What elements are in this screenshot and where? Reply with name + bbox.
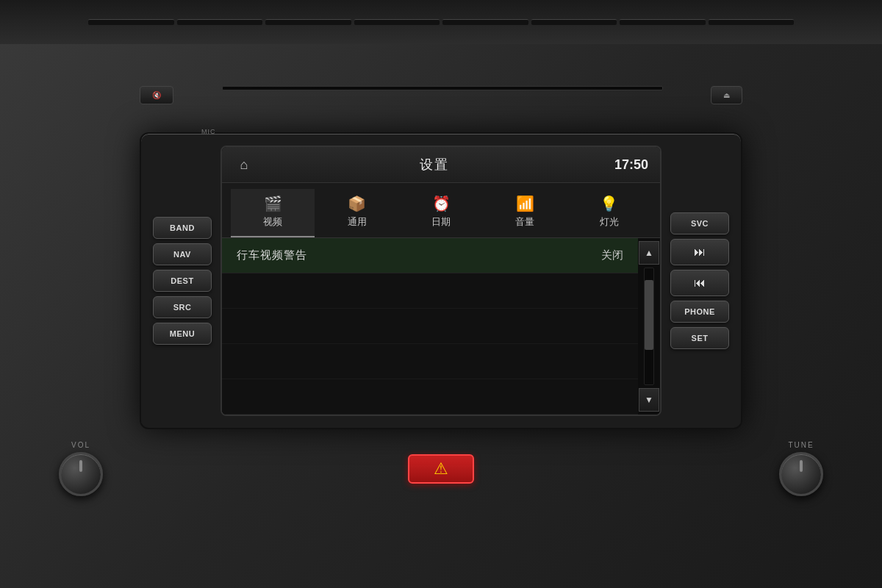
settings-row-empty-1: [222, 273, 638, 309]
nav-tabs: 🎬 视频 📦 通用 ⏰ 日期 📶 音量: [222, 183, 660, 238]
tab-general-label: 通用: [348, 215, 367, 229]
row-label-driving-warning: 行车视频警告: [237, 248, 307, 262]
prev-track-button[interactable]: ⏮: [670, 270, 729, 296]
cd-slot: [222, 86, 663, 90]
general-icon: 📦: [348, 195, 366, 212]
unit-inner: BAND NAV DEST SRC MENU ⌂ 设置 17:50: [153, 146, 729, 416]
main-unit: MIC BAND NAV DEST SRC MENU ⌂ 设置: [140, 132, 742, 429]
screen-area: ⌂ 设置 17:50 🎬 视频 📦 通用 ⏰: [220, 146, 662, 416]
settings-row-empty-2: [222, 309, 638, 344]
phone-button[interactable]: PHONE: [670, 301, 729, 323]
scroll-down-button[interactable]: ▼: [639, 388, 659, 412]
mute-button[interactable]: 🔇: [140, 86, 173, 104]
tab-video-label: 视频: [263, 215, 282, 229]
tab-volume-label: 音量: [515, 215, 534, 229]
settings-content: 行车视频警告 关闭 ▲: [222, 238, 660, 415]
vent-slat: [265, 19, 351, 25]
set-button[interactable]: SET: [670, 327, 729, 349]
tab-light-label: 灯光: [600, 215, 619, 229]
vent-slat: [354, 19, 440, 25]
vent-slat: [531, 19, 617, 25]
screen-time: 17:50: [614, 157, 648, 173]
vol-knob-area: VOL: [59, 441, 103, 496]
tab-volume[interactable]: 📶 音量: [483, 189, 567, 237]
hazard-icon: ⚠: [434, 459, 448, 478]
scroll-track: [644, 268, 654, 385]
settings-row-empty-4: [222, 379, 638, 415]
screen-title: 设置: [420, 156, 449, 173]
vent-slat: [709, 19, 795, 25]
scrollbar: ▲ ▼: [638, 238, 660, 415]
top-vent: [0, 0, 882, 44]
tab-video[interactable]: 🎬 视频: [231, 189, 315, 237]
settings-row-empty-3: [222, 344, 638, 379]
vent-slat: [442, 19, 528, 25]
tab-date[interactable]: ⏰ 日期: [399, 189, 483, 237]
date-icon: ⏰: [432, 195, 451, 212]
row-value-driving-warning: 关闭: [601, 248, 623, 262]
car-panel: 🔇 ⏏ MIC BAND NAV DEST SRC MENU ⌂: [0, 0, 882, 588]
home-button[interactable]: ⌂: [234, 154, 254, 175]
tune-knob[interactable]: [779, 452, 823, 496]
video-icon: 🎬: [264, 195, 282, 212]
eject-button[interactable]: ⏏: [711, 86, 742, 104]
light-icon: 💡: [600, 195, 618, 212]
menu-button[interactable]: MENU: [153, 323, 212, 345]
tune-label: TUNE: [788, 441, 814, 449]
nav-button[interactable]: NAV: [153, 243, 212, 265]
tune-knob-area: TUNE: [779, 441, 823, 496]
left-controls: BAND NAV DEST SRC MENU: [153, 146, 212, 416]
tab-general[interactable]: 📦 通用: [315, 189, 398, 237]
scroll-up-button[interactable]: ▲: [639, 241, 659, 265]
vent-slat: [177, 19, 263, 25]
next-track-button[interactable]: ⏭: [670, 239, 729, 265]
settings-row-driving-warning[interactable]: 行车视频警告 关闭: [222, 238, 638, 273]
band-button[interactable]: BAND: [153, 217, 212, 239]
settings-list: 行车视频警告 关闭: [222, 238, 638, 415]
scroll-thumb: [645, 280, 653, 350]
src-button[interactable]: SRC: [153, 296, 212, 318]
tab-light[interactable]: 💡 灯光: [567, 189, 651, 237]
hazard-button[interactable]: ⚠: [408, 454, 474, 484]
volume-icon: 📶: [516, 195, 534, 212]
screen-header: ⌂ 设置 17:50: [222, 147, 660, 183]
vol-knob[interactable]: [59, 452, 103, 496]
tab-date-label: 日期: [431, 215, 451, 229]
mic-label: MIC: [201, 128, 216, 135]
vent-slats: [88, 19, 794, 25]
vent-slat: [88, 19, 174, 25]
dest-button[interactable]: DEST: [153, 270, 212, 292]
top-buttons-row: 🔇 ⏏: [140, 80, 742, 110]
svc-button[interactable]: SVC: [670, 212, 729, 234]
bottom-row: VOL ⚠ TUNE: [0, 429, 882, 508]
right-controls: SVC ⏭ ⏮ PHONE SET: [670, 146, 729, 416]
vol-label: VOL: [71, 441, 90, 449]
vent-slat: [620, 19, 706, 25]
